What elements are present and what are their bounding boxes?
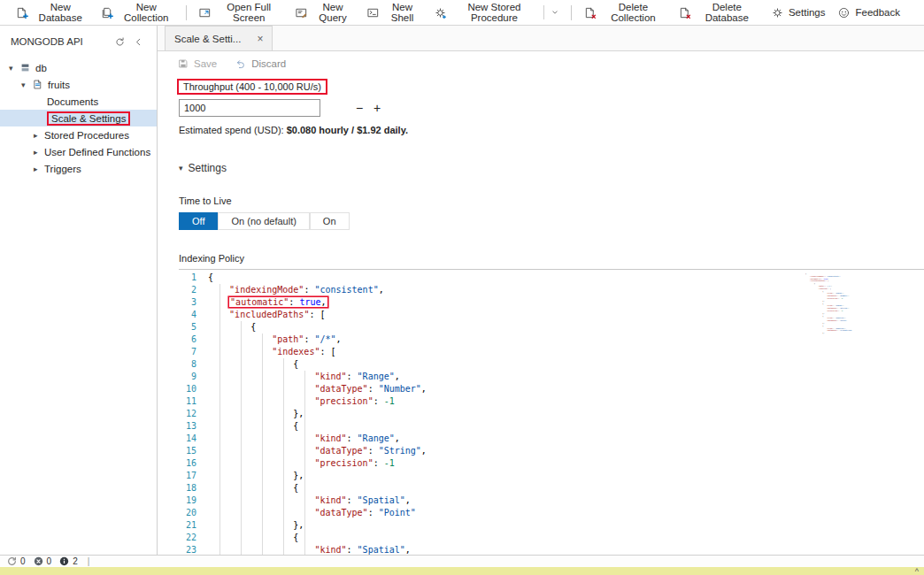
code-token: "indexes" — [272, 347, 320, 356]
code-token: "dataType" — [314, 384, 367, 394]
toolbar-button-new-query[interactable]: New Query — [289, 0, 360, 25]
discard-icon-slot — [235, 58, 247, 70]
toolbar-button-new-collection[interactable]: New Collection — [94, 0, 181, 25]
toolbar-button-new-stored-procedure-dropdown[interactable] — [543, 5, 566, 19]
open-full-screen-icon — [198, 6, 212, 19]
indexing-policy-editor[interactable]: 1{2 "indexingMode": "consistent",3 "auto… — [179, 269, 924, 575]
toolbar-button-open-full-screen[interactable]: Open Full Screen — [192, 0, 289, 25]
code-text: "includedPaths": [ — [208, 309, 325, 321]
save-button[interactable]: Save — [168, 52, 226, 75]
sidebar-item-label: User Defined Functions — [44, 147, 150, 157]
line-number: 20 — [179, 507, 208, 519]
throughput-increase-button[interactable]: + — [368, 99, 386, 117]
tab-scale-and-settings[interactable]: Scale & Setti... × — [165, 26, 273, 50]
save-button-label: Save — [194, 58, 217, 69]
line-number: 15 — [179, 445, 208, 457]
collection-icon — [32, 79, 43, 90]
expand-arrow-icon[interactable]: ▸ — [34, 165, 44, 173]
collapse-arrow-icon[interactable]: ▾ — [9, 64, 19, 73]
sidebar-item-label: db — [35, 63, 47, 73]
estimated-spend-label: Estimated spend (USD): — [179, 125, 287, 135]
tab-close-icon[interactable]: × — [257, 33, 263, 45]
toolbar-button-label: New Collection — [118, 2, 174, 23]
toolbar-button-label: Delete Collection — [601, 2, 665, 23]
collapse-panel-button[interactable] — [129, 36, 148, 48]
code-token: , — [405, 495, 411, 505]
toolbar-button-new-database[interactable]: New Database — [9, 0, 94, 25]
code-token: : — [368, 384, 379, 394]
code-token: "automatic" — [230, 297, 289, 307]
sidebar-item-user-defined-functions[interactable]: ▸User Defined Functions — [0, 143, 157, 160]
console-info-indicator[interactable]: 2 — [59, 556, 78, 566]
ttl-option-off[interactable]: Off — [179, 212, 218, 230]
minimap-line: }, — [805, 332, 897, 334]
sidebar-item-fruits[interactable]: ▾fruits — [0, 76, 157, 93]
resource-tree-title: MONGODB API — [11, 36, 111, 47]
refresh-icon — [114, 36, 126, 48]
code-token: }, — [293, 409, 304, 418]
sidebar-header: MONGODB API — [0, 26, 157, 50]
refresh-tree-button[interactable] — [111, 36, 129, 48]
line-number: 4 — [179, 309, 208, 321]
toolbar-button-label: New Shell — [384, 2, 421, 23]
save-icon-slot — [177, 58, 189, 70]
settings-section-header[interactable]: ▾ Settings — [179, 162, 924, 174]
console-loader-indicator[interactable]: 0 — [7, 556, 26, 566]
toolbar-button-delete-collection[interactable]: Delete Collection — [577, 0, 671, 25]
new-collection-icon — [100, 6, 113, 19]
code-text: "kind": "Range", — [208, 433, 400, 445]
code-token: "Range" — [358, 372, 395, 381]
console-expand-chevron[interactable]: ^ — [915, 567, 919, 575]
line-number: 6 — [179, 334, 208, 346]
toolbar-button-new-shell[interactable]: New Shell — [360, 0, 427, 25]
code-token: : — [368, 508, 379, 518]
sidebar-item-label: Stored Procedures — [44, 130, 129, 141]
sidebar-item-db[interactable]: ▾db — [0, 59, 157, 76]
code-token: "dataType" — [314, 446, 367, 456]
sidebar-item-triggers[interactable]: ▸Triggers — [0, 160, 157, 177]
code-token: -1 — [841, 297, 843, 299]
expand-arrow-icon[interactable]: ▸ — [34, 131, 44, 140]
sidebar-item-documents[interactable]: Documents — [0, 93, 157, 110]
code-token: , — [848, 307, 849, 309]
sidebar-item-stored-procedures[interactable]: ▸Stored Procedures — [0, 126, 157, 143]
annotation-box: Scale & Settings — [47, 111, 130, 126]
line-number: 10 — [179, 383, 208, 395]
feedback-button[interactable]: Feedback — [831, 0, 906, 25]
sidebar-item-scale-settings[interactable]: Scale & Settings — [0, 110, 157, 126]
line-number: 1 — [179, 272, 208, 284]
toolbar-button-delete-database[interactable]: Delete Database — [672, 0, 765, 25]
ttl-option-on-no-default[interactable]: On (no default) — [218, 212, 309, 230]
expand-arrow-icon[interactable]: ▸ — [34, 148, 44, 157]
toolbar-button-new-stored-procedure[interactable]: New Stored Procedure — [427, 0, 544, 25]
code-text: "indexes": [ — [208, 346, 336, 358]
line-number: 7 — [179, 346, 208, 358]
toolbar-button-label: Delete Database — [696, 2, 758, 23]
code-text: }, — [805, 332, 825, 334]
sidebar-item-label: fruits — [48, 80, 70, 90]
line-number: 16 — [179, 457, 208, 470]
line-number: 22 — [179, 532, 208, 544]
toolbar-button-label: New Database — [33, 2, 88, 23]
ttl-option-on[interactable]: On — [310, 212, 350, 230]
discard-button[interactable]: Discard — [226, 52, 295, 75]
toolbar-button-label: Settings — [789, 7, 826, 18]
collapse-arrow-icon[interactable]: ▾ — [21, 80, 32, 89]
code-token: , — [320, 297, 326, 307]
code-token: "kind" — [314, 372, 346, 381]
code-token: "Point" — [379, 508, 416, 518]
code-token: "kind" — [314, 433, 346, 443]
code-token: "kind" — [314, 545, 346, 555]
editor-minimap[interactable]: { "indexingMode": "consistent", "automat… — [805, 272, 912, 575]
throughput-input[interactable] — [179, 99, 320, 117]
sidebar-item-label: Triggers — [44, 164, 81, 174]
line-number: 13 — [179, 420, 208, 433]
code-text: { — [208, 358, 298, 371]
code-token: "dataType" — [314, 508, 367, 518]
toolbar-button-settings[interactable]: Settings — [765, 0, 832, 25]
time-to-live-label: Time to Live — [179, 196, 924, 206]
code-text: "precision": -1 — [208, 457, 395, 470]
console-error-indicator[interactable]: 0 — [34, 556, 52, 566]
code-token: "indexingMode" — [229, 285, 304, 295]
throughput-decrease-button[interactable]: − — [350, 99, 368, 117]
